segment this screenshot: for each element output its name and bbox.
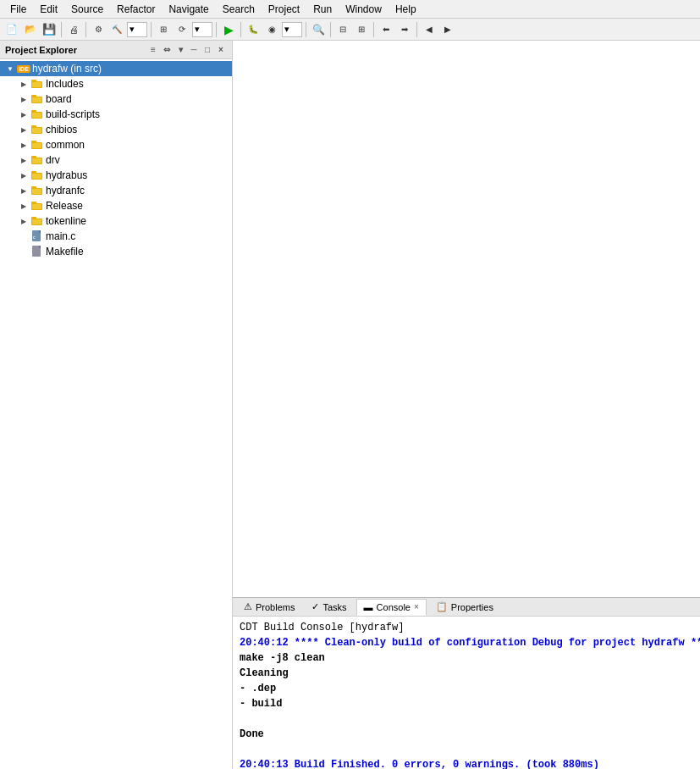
view-menu-icon[interactable]: ▾ [174, 44, 186, 56]
separator-9 [416, 22, 417, 37]
tree-item-hydrabus[interactable]: ▶ hydrabus [0, 168, 232, 183]
tree-item-makefile[interactable]: ▶ Makefile [0, 244, 232, 259]
root-arrow: ▼ [3, 62, 17, 75]
svg-rect-7 [31, 110, 36, 113]
panel-title: Project Explorer [5, 45, 77, 55]
chibios-arrow: ▶ [17, 123, 30, 136]
includes-label: Includes [46, 78, 84, 90]
tool-btn-5[interactable]: 🐛 [245, 21, 262, 38]
menu-source[interactable]: Source [64, 2, 110, 17]
chibios-label: chibios [46, 124, 77, 136]
tab-tasks[interactable]: ✓ Tasks [304, 599, 354, 616]
includes-arrow: ▶ [17, 77, 30, 91]
menu-navigate[interactable]: Navigate [162, 2, 215, 17]
tool-btn-4[interactable]: ⟳ [174, 21, 190, 38]
close-panel-icon[interactable]: × [215, 44, 227, 56]
svg-rect-5 [32, 97, 41, 102]
hydranfc-folder-icon [30, 184, 44, 197]
project-explorer-panel: Project Explorer ≡ ⇔ ▾ ─ □ × ▼ IDE hydra… [0, 41, 233, 769]
menu-file[interactable]: File [3, 2, 33, 17]
svg-text:c: c [33, 235, 36, 240]
release-folder-icon [30, 199, 44, 213]
separator-6 [306, 22, 306, 37]
root-label: hydrafw (in src) [32, 63, 102, 75]
tree-item-drv[interactable]: ▶ drv [0, 152, 232, 168]
tool-btn-3[interactable]: ⊞ [155, 21, 172, 38]
link-editor-icon[interactable]: ⇔ [161, 44, 173, 56]
tool-btn-9[interactable]: ⊞ [353, 21, 370, 38]
tree-item-board[interactable]: ▶ board [0, 91, 232, 107]
save-button[interactable]: 💾 [41, 21, 58, 38]
minimize-icon[interactable]: ─ [188, 44, 200, 56]
svg-rect-20 [32, 174, 41, 179]
tree-item-main-c[interactable]: ▶ c main.c [0, 229, 232, 244]
tab-console[interactable]: ▬ Console × [356, 599, 427, 616]
console-tab-close-icon[interactable]: × [414, 602, 419, 611]
svg-rect-19 [31, 171, 36, 174]
tool-btn-2[interactable]: 🔨 [108, 21, 125, 38]
properties-tab-icon: 📋 [436, 601, 448, 612]
drv-arrow: ▶ [17, 153, 30, 167]
menu-window[interactable]: Window [339, 2, 389, 17]
common-label: common [46, 139, 85, 151]
tree-root[interactable]: ▼ IDE hydrafw (in src) [0, 61, 232, 76]
tree-item-tokenline[interactable]: ▶ tokenline [0, 213, 232, 229]
svg-rect-11 [32, 128, 41, 133]
console-line-4: - .dep [240, 681, 700, 696]
open-button[interactable]: 📂 [22, 21, 39, 38]
menu-bar: File Edit Source Refactor Navigate Searc… [0, 0, 700, 19]
svg-rect-29 [32, 219, 41, 224]
console-tab-label: Console [377, 602, 411, 612]
board-label: board [46, 93, 72, 105]
collapse-all-icon[interactable]: ≡ [147, 44, 159, 56]
menu-project[interactable]: Project [262, 2, 306, 17]
menu-edit[interactable]: Edit [33, 2, 64, 17]
menu-help[interactable]: Help [389, 2, 423, 17]
tree-item-common[interactable]: ▶ common [0, 137, 232, 152]
tool-btn-10[interactable]: ⬅ [378, 21, 394, 38]
console-line-5: - build [240, 696, 700, 711]
tab-problems[interactable]: ⚠ Problems [236, 599, 302, 616]
tree-item-chibios[interactable]: ▶ chibios [0, 122, 232, 137]
debug-dropdown[interactable]: ▾ [282, 22, 302, 37]
tree-item-hydranfc[interactable]: ▶ hydranfc [0, 183, 232, 198]
tool-btn-1[interactable]: ⚙ [90, 21, 107, 38]
build-dropdown[interactable]: ▾ [127, 22, 147, 37]
new-button[interactable]: 📄 [3, 21, 20, 38]
tree-item-includes[interactable]: ▶ Includes [0, 76, 232, 91]
makefile-label: Makefile [46, 246, 84, 257]
console-output: CDT Build Console [hydrafw] 20:40:12 ***… [233, 617, 700, 769]
makefile-file-icon [30, 245, 44, 258]
tab-properties[interactable]: 📋 Properties [428, 599, 501, 616]
svg-rect-2 [32, 82, 41, 87]
chibios-folder-icon [30, 123, 44, 136]
menu-search[interactable]: Search [216, 2, 262, 17]
tool-btn-8[interactable]: ⊟ [334, 21, 351, 38]
tool-btn-7[interactable]: 🔍 [310, 21, 327, 38]
hydrabus-label: hydrabus [46, 169, 87, 181]
console-line-2: make -j8 clean [240, 650, 700, 666]
tool-btn-13[interactable]: ▶ [439, 21, 456, 38]
main-c-file-icon: c [30, 230, 44, 243]
run-dropdown[interactable]: ▾ [192, 22, 212, 37]
menu-refactor[interactable]: Refactor [110, 2, 162, 17]
tool-btn-12[interactable]: ◀ [421, 21, 438, 38]
tree-item-release[interactable]: ▶ Release [0, 198, 232, 213]
tool-btn-6[interactable]: ◉ [263, 21, 280, 38]
console-line-9: 20:40:13 Build Finished. 0 errors, 0 war… [240, 757, 700, 769]
tree-view: ▼ IDE hydrafw (in src) ▶ Includes [0, 59, 232, 769]
separator-7 [330, 22, 331, 37]
problems-tab-label: Problems [256, 602, 295, 612]
tool-btn-11[interactable]: ➡ [396, 21, 413, 38]
release-arrow: ▶ [17, 199, 30, 213]
release-label: Release [46, 200, 83, 212]
tree-item-build-scripts[interactable]: ▶ build-scripts [0, 107, 232, 122]
tokenline-folder-icon [30, 214, 44, 228]
tokenline-arrow: ▶ [17, 214, 30, 228]
run-button[interactable]: ▶ [220, 21, 237, 38]
svg-rect-14 [32, 143, 41, 148]
print-button[interactable]: 🖨 [65, 21, 82, 38]
maximize-icon[interactable]: □ [201, 44, 213, 56]
properties-tab-label: Properties [451, 602, 493, 612]
menu-run[interactable]: Run [306, 2, 339, 17]
